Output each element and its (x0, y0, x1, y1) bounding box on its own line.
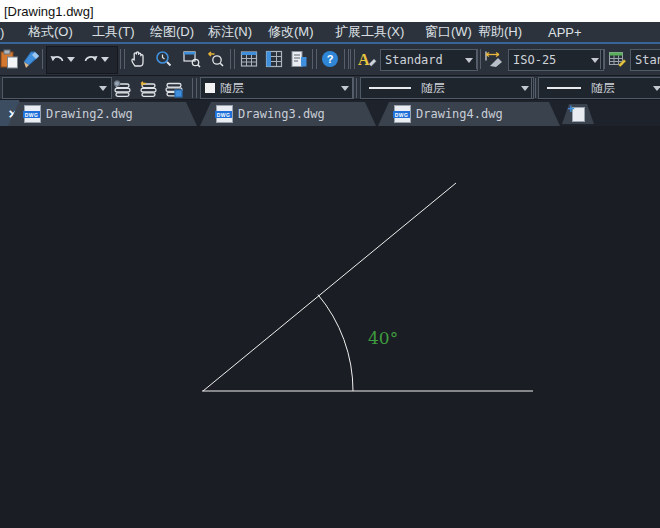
chevron-down-icon (99, 86, 107, 91)
zoom-previous-button[interactable] (204, 47, 228, 71)
dim-style-value: ISO-25 (513, 53, 588, 67)
toolbar-separator (312, 49, 317, 69)
lineweight-combo[interactable]: 随层 (538, 77, 660, 99)
svg-text:A: A (358, 51, 370, 68)
text-style-button[interactable]: A (355, 47, 379, 71)
chevron-down-icon (465, 58, 473, 63)
table-style-value: Standard (635, 53, 660, 67)
zoom-window-button[interactable] (180, 47, 204, 71)
angle-dimension-text[interactable]: 40° (368, 328, 398, 348)
properties-toolbar: 随层 随层 随层 (0, 76, 660, 100)
linetype-combo[interactable]: 随层 (360, 77, 534, 99)
table-style-combo[interactable]: Standard (630, 49, 660, 71)
layer-states-icon (111, 79, 133, 99)
layer-translate-icon (163, 79, 185, 99)
paste-icon (0, 49, 19, 70)
menu-bar: ) 格式(O) 工具(T) 绘图(D) 标注(N) 修改(M) 扩展工具(X) … (0, 22, 660, 42)
ray-entity[interactable] (203, 183, 456, 391)
grid-palette-button[interactable] (262, 47, 286, 71)
grid-palette-icon (264, 49, 284, 69)
menu-item-tools[interactable]: 工具(T) (92, 22, 135, 42)
dim-style-button[interactable] (482, 47, 506, 71)
menu-item-clipped[interactable]: ) (0, 22, 4, 42)
chevron-down-icon (591, 58, 599, 63)
linetype-value: 随层 (421, 80, 518, 97)
document-palette-button[interactable] (287, 47, 311, 71)
drawing-canvas[interactable]: 40° (0, 126, 660, 528)
layer-translate-button[interactable] (162, 77, 186, 101)
color-combo[interactable]: 随层 (200, 77, 354, 99)
table-style-button[interactable] (605, 47, 629, 71)
tab-drawing2[interactable]: DWG Drawing2.dwg (8, 102, 197, 126)
table-palette-button[interactable] (237, 47, 261, 71)
format-painter-icon (22, 49, 42, 69)
menu-item-window[interactable]: 窗口(W) (425, 22, 472, 42)
format-painter-button[interactable] (20, 47, 44, 71)
layer-states-button[interactable] (110, 77, 134, 101)
zoom-window-icon (182, 49, 202, 69)
text-style-value: Standard (385, 53, 462, 67)
dwg-file-icon: DWG (216, 105, 233, 123)
menu-item-express-tools[interactable]: 扩展工具(X) (335, 22, 404, 42)
redo-button[interactable] (82, 47, 100, 71)
menu-item-help[interactable]: 帮助(H) (478, 22, 522, 42)
menu-item-app-plus[interactable]: APP+ (548, 22, 582, 42)
menu-item-draw[interactable]: 绘图(D) (150, 22, 194, 42)
redo-icon (83, 52, 99, 66)
toolbar-separator (344, 49, 349, 69)
document-palette-icon (289, 49, 309, 69)
help-button[interactable]: ? (318, 47, 342, 71)
undo-history-button[interactable] (65, 47, 77, 71)
lineweight-value: 随层 (591, 80, 650, 97)
undo-icon (49, 52, 65, 66)
menu-item-format[interactable]: 格式(O) (28, 22, 73, 42)
lineweight-sample (547, 87, 581, 89)
toolbar-separator (531, 78, 536, 98)
zoom-realtime-button[interactable] (152, 47, 176, 71)
color-swatch (205, 83, 215, 93)
dim-style-combo[interactable]: ISO-25 (508, 49, 604, 71)
new-tab-button[interactable]: + (562, 104, 594, 124)
svg-text:?: ? (327, 53, 334, 65)
tab-drawing4[interactable]: DWG Drawing4.dwg (378, 102, 560, 126)
toolbar-separator (192, 78, 197, 98)
document-tab-bar: × DWG Drawing2.dwg DWG Drawing3.dwg DWG … (0, 100, 660, 126)
drawing-svg[interactable]: 40° (0, 126, 660, 528)
dwg-file-icon: DWG (24, 105, 41, 123)
standard-toolbar: ? A Standard ISO-25 (0, 44, 660, 76)
pan-hand-icon (128, 49, 148, 69)
paste-button[interactable] (0, 47, 21, 71)
zoom-realtime-icon (154, 49, 174, 69)
undo-button[interactable] (48, 47, 66, 71)
table-palette-icon (239, 49, 259, 69)
window-title-bar: [Drawing1.dwg] (0, 0, 660, 22)
toolbar-separator (230, 49, 235, 69)
plus-icon: + (568, 104, 575, 114)
arc-entity[interactable] (318, 295, 353, 391)
layer-previous-button[interactable] (136, 77, 160, 101)
toolbar-separator (476, 49, 481, 69)
tab-drawing3[interactable]: DWG Drawing3.dwg (200, 102, 376, 126)
chevron-down-icon (101, 57, 109, 62)
layer-previous-icon (137, 79, 159, 99)
chevron-down-icon (521, 86, 529, 91)
pan-button[interactable] (126, 47, 150, 71)
table-style-icon (607, 49, 627, 69)
dwg-file-icon: DWG (394, 105, 411, 123)
tab-label: Drawing4.dwg (416, 107, 503, 121)
menu-item-modify[interactable]: 修改(M) (268, 22, 314, 42)
chevron-down-icon (67, 57, 75, 62)
chevron-down-icon (341, 86, 349, 91)
layer-combo[interactable] (2, 77, 112, 99)
tab-label: Drawing3.dwg (238, 107, 325, 121)
linetype-sample (369, 87, 411, 89)
help-icon: ? (320, 49, 340, 69)
tab-label: Drawing2.dwg (46, 107, 133, 121)
new-drawing-icon: + (572, 107, 585, 122)
dim-style-icon (483, 49, 505, 69)
text-style-combo[interactable]: Standard (380, 49, 478, 71)
menu-item-dimension[interactable]: 标注(N) (208, 22, 252, 42)
text-style-icon: A (356, 49, 378, 69)
redo-history-button[interactable] (99, 47, 111, 71)
zoom-previous-icon (206, 49, 226, 69)
